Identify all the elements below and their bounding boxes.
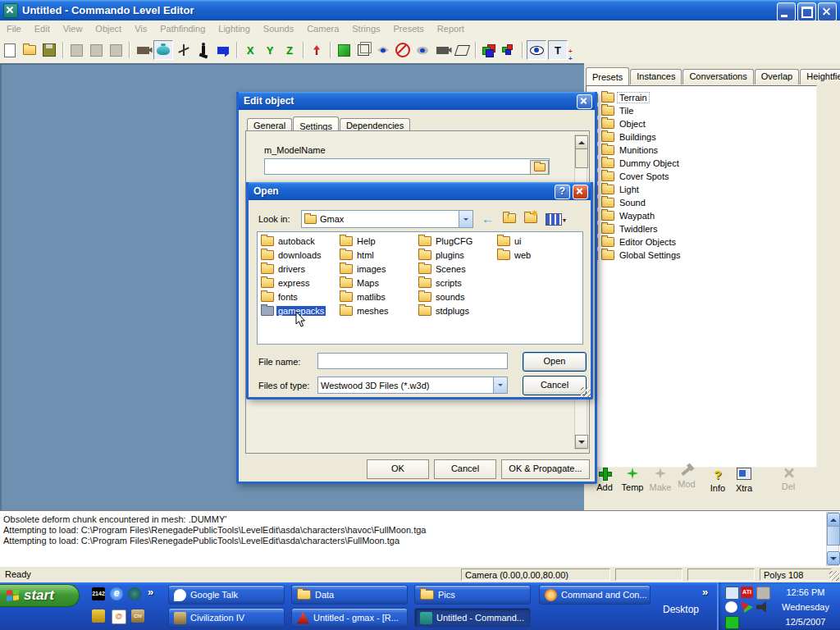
folder-item[interactable]: matlibs bbox=[340, 290, 387, 303]
folder-item[interactable]: Help bbox=[340, 235, 377, 247]
tab-overlap[interactable]: Overlap bbox=[755, 69, 800, 84]
eye-up-icon[interactable] bbox=[413, 41, 431, 59]
tree-item-terrain[interactable]: Terrain bbox=[618, 93, 649, 103]
folder-item[interactable]: ui bbox=[497, 235, 523, 247]
taskbar-pics[interactable]: Pics bbox=[414, 585, 531, 605]
rgb-boxes-small-icon[interactable] bbox=[500, 41, 518, 59]
temp-button[interactable]: Temp bbox=[620, 468, 645, 492]
taskbar-commando-editor[interactable]: Untitled - Command... bbox=[414, 608, 531, 628]
help-icon[interactable]: ? bbox=[555, 185, 570, 199]
back-icon[interactable]: ← bbox=[482, 212, 494, 226]
tree-item-buildings[interactable]: Buildings bbox=[618, 132, 658, 142]
menu-strings[interactable]: Strings bbox=[345, 22, 386, 35]
menu-object[interactable]: Object bbox=[89, 22, 128, 35]
tree-item-editor-objects[interactable]: Editor Objects bbox=[618, 237, 678, 247]
tree-item-dummy-object[interactable]: Dummy Object bbox=[618, 158, 681, 168]
menu-vis[interactable]: Vis bbox=[128, 22, 153, 35]
folder-item[interactable]: stdplugs bbox=[418, 304, 471, 317]
copy-icon[interactable] bbox=[87, 41, 105, 59]
folder-item[interactable]: html bbox=[340, 249, 376, 261]
tray-ati-icon[interactable]: ATI bbox=[741, 587, 753, 598]
camera-icon[interactable] bbox=[433, 41, 451, 59]
scroll-down-icon[interactable] bbox=[575, 435, 588, 449]
info-button[interactable]: ?Info bbox=[705, 468, 730, 493]
cut-icon[interactable] bbox=[67, 41, 85, 59]
folder-item[interactable]: drivers bbox=[261, 262, 307, 275]
menu-file[interactable]: File bbox=[0, 22, 28, 35]
ql-2142-icon[interactable]: 2142 bbox=[92, 587, 105, 600]
flag-icon[interactable] bbox=[214, 41, 232, 59]
ql-civ-icon[interactable]: CIV bbox=[131, 609, 144, 623]
folder-item[interactable]: Scenes bbox=[418, 262, 468, 275]
solid-box-icon[interactable] bbox=[335, 41, 353, 59]
folder-item[interactable]: PlugCFG bbox=[418, 235, 474, 247]
folder-item[interactable]: Maps bbox=[340, 276, 381, 289]
tree-item-light[interactable]: Light bbox=[618, 185, 641, 194]
open-file-icon[interactable] bbox=[21, 41, 39, 59]
menu-pathfinding[interactable]: Pathfinding bbox=[153, 22, 212, 35]
files-of-type-dropdown-icon[interactable] bbox=[493, 377, 507, 393]
log-scrollbar[interactable] bbox=[826, 512, 839, 566]
folder-item[interactable]: scripts bbox=[418, 276, 463, 289]
tree-item-cover-spots[interactable]: Cover Spots bbox=[618, 171, 671, 181]
log-scroll-down-icon[interactable] bbox=[827, 551, 840, 565]
x-axis-icon[interactable]: X bbox=[241, 41, 259, 59]
close-button[interactable] bbox=[818, 2, 837, 21]
wire-box-icon[interactable] bbox=[354, 41, 372, 59]
ql-document-icon[interactable]: @ bbox=[112, 609, 126, 624]
menu-sounds[interactable]: Sounds bbox=[257, 22, 300, 35]
tray-volume-icon[interactable] bbox=[756, 601, 769, 613]
eye-toggle-icon[interactable] bbox=[527, 40, 546, 60]
teapot-render-icon[interactable] bbox=[153, 40, 173, 60]
tray-pointer-icon[interactable] bbox=[741, 601, 753, 613]
scroll-up-icon[interactable] bbox=[575, 135, 588, 149]
file-name-input[interactable] bbox=[317, 353, 508, 369]
edit-object-close-icon[interactable] bbox=[577, 94, 592, 109]
browse-model-button[interactable] bbox=[530, 160, 549, 175]
spray-icon[interactable] bbox=[308, 41, 326, 59]
menu-presets[interactable]: Presets bbox=[387, 22, 431, 35]
files-of-type-combo[interactable]: Westwood 3D Files (*.w3d) bbox=[317, 377, 508, 394]
open-dialog-titlebar[interactable]: Open ? bbox=[249, 182, 591, 200]
taskbar-google-talk[interactable]: Google Talk bbox=[168, 585, 285, 605]
tray-chat-icon[interactable] bbox=[725, 601, 737, 613]
log-scroll-up-icon[interactable] bbox=[827, 513, 840, 527]
wrench-camera-icon[interactable] bbox=[134, 41, 152, 59]
ok-propagate-button[interactable]: OK & Propagate... bbox=[501, 459, 590, 479]
open-cancel-button[interactable]: Cancel bbox=[523, 376, 587, 395]
taskbar-data[interactable]: Data bbox=[291, 585, 408, 605]
y-axis-icon[interactable]: Y bbox=[261, 41, 279, 59]
tab-presets[interactable]: Presets bbox=[586, 67, 629, 85]
menu-camera[interactable]: Camera bbox=[300, 22, 345, 35]
folder-item[interactable]: images bbox=[340, 262, 387, 275]
tree-item-global-settings[interactable]: Global Settings bbox=[618, 250, 682, 260]
paste-icon[interactable] bbox=[107, 41, 125, 59]
ql-ie-icon[interactable]: e bbox=[110, 587, 123, 600]
tree-item-munitions[interactable]: Munitions bbox=[618, 145, 660, 155]
folder-item[interactable]: web bbox=[497, 249, 532, 261]
ok-button[interactable]: OK bbox=[367, 459, 429, 479]
tab-instances[interactable]: Instances bbox=[630, 69, 682, 84]
rgb-boxes-icon[interactable] bbox=[480, 41, 498, 59]
save-icon[interactable] bbox=[40, 41, 58, 59]
open-button[interactable]: Open bbox=[523, 352, 587, 372]
view-menu-dropdown-icon[interactable]: ▾ bbox=[563, 217, 566, 224]
menu-report[interactable]: Report bbox=[431, 22, 471, 35]
axis-gizmo-icon[interactable] bbox=[175, 41, 193, 59]
ql-game1-icon[interactable] bbox=[92, 609, 105, 623]
xtra-button[interactable]: Xtra bbox=[732, 468, 756, 493]
tab-heightfield[interactable]: Heightfield bbox=[800, 69, 840, 84]
tree-item-tile[interactable]: Tile bbox=[618, 106, 635, 116]
start-button[interactable]: start bbox=[0, 584, 80, 607]
tray-clock[interactable]: 12:56 PM bbox=[776, 587, 835, 597]
folder-item[interactable]: plugins bbox=[418, 249, 466, 261]
polygon-icon[interactable] bbox=[453, 41, 471, 59]
hide-eye-icon[interactable] bbox=[394, 41, 412, 59]
folder-item[interactable]: fonts bbox=[261, 290, 299, 303]
z-axis-icon[interactable]: Z bbox=[281, 41, 299, 59]
ql-globe-icon[interactable] bbox=[128, 587, 141, 600]
taskbar-gmax[interactable]: Untitled - gmax - [R... bbox=[291, 608, 408, 628]
menu-view[interactable]: View bbox=[57, 22, 89, 35]
folder-item[interactable]: downloads bbox=[261, 249, 323, 261]
model-name-input[interactable] bbox=[264, 158, 550, 175]
